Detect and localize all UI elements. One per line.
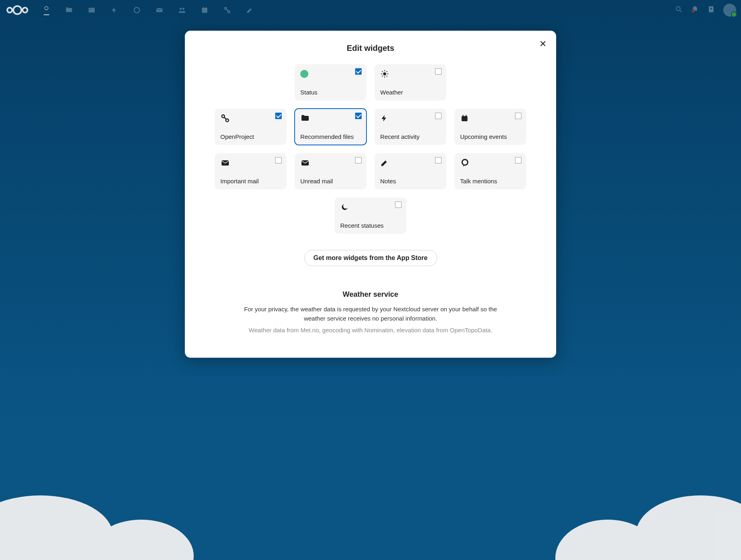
widget-checkbox[interactable] <box>355 113 362 119</box>
widget-label: Upcoming events <box>460 133 521 140</box>
widget-weather[interactable]: Weather <box>375 64 446 101</box>
modal-title: Edit widgets <box>201 44 540 53</box>
widget-talk-mentions[interactable]: Talk mentions <box>454 153 526 189</box>
widget-upcoming-events[interactable]: Upcoming events <box>454 109 526 145</box>
widget-notes[interactable]: Notes <box>375 153 446 189</box>
widget-label: Weather <box>380 89 441 96</box>
svg-line-25 <box>382 76 383 77</box>
edit-widgets-modal: ✕ Edit widgets Status Weather OpenProjec… <box>185 31 556 358</box>
status-dot-icon <box>300 69 310 79</box>
svg-point-18 <box>383 72 386 75</box>
widget-important-mail[interactable]: Important mail <box>215 153 287 189</box>
widget-checkbox[interactable] <box>275 157 282 164</box>
mail-icon <box>220 158 230 168</box>
widget-checkbox[interactable] <box>435 113 442 119</box>
svg-line-24 <box>387 76 387 77</box>
folder-icon <box>300 113 310 123</box>
weather-service-subtext: Weather data from Met.no, geocoding with… <box>201 327 540 333</box>
get-more-widgets-button[interactable]: Get more widgets from the App Store <box>304 250 437 266</box>
widget-openproject[interactable]: OpenProject <box>215 109 287 145</box>
pencil-icon <box>380 158 390 168</box>
widget-label: OpenProject <box>220 133 281 140</box>
mail-icon <box>300 158 310 168</box>
openproject-icon <box>220 113 230 123</box>
widget-unread-mail[interactable]: Unread mail <box>295 153 366 189</box>
widget-label: Talk mentions <box>460 178 521 185</box>
widget-label: Recent activity <box>380 133 441 140</box>
widget-label: Recent statuses <box>340 222 401 229</box>
sun-icon <box>380 69 390 79</box>
bolt-icon <box>380 113 390 123</box>
svg-line-26 <box>387 71 387 72</box>
moon-icon <box>340 202 350 212</box>
svg-point-27 <box>222 115 225 118</box>
widget-recent-statuses[interactable]: Recent statuses <box>335 197 406 234</box>
svg-point-28 <box>226 119 229 122</box>
weather-service-title: Weather service <box>201 290 540 299</box>
widget-label: Recommended files <box>300 133 361 140</box>
widget-label: Notes <box>380 178 441 185</box>
svg-line-23 <box>382 71 383 72</box>
widget-checkbox[interactable] <box>395 201 402 208</box>
widget-label: Unread mail <box>300 178 361 185</box>
widget-recent-activity[interactable]: Recent activity <box>375 109 446 145</box>
widget-grid: Status Weather OpenProject Recommended f… <box>201 64 540 234</box>
widget-recommended-files[interactable]: Recommended files <box>295 109 366 145</box>
widget-label: Important mail <box>220 178 281 185</box>
svg-point-35 <box>462 159 468 165</box>
widget-checkbox[interactable] <box>435 68 442 75</box>
close-button[interactable]: ✕ <box>539 39 546 49</box>
widget-label: Status <box>300 89 361 96</box>
widget-checkbox[interactable] <box>355 157 362 164</box>
calendar-icon <box>460 113 470 123</box>
weather-service-text: For your privacy, the weather data is re… <box>241 304 500 323</box>
widget-checkbox[interactable] <box>515 157 521 164</box>
widget-checkbox[interactable] <box>435 157 442 164</box>
talk-icon <box>460 158 470 168</box>
widget-checkbox[interactable] <box>275 113 282 119</box>
widget-checkbox[interactable] <box>515 113 521 119</box>
widget-status[interactable]: Status <box>295 64 366 101</box>
widget-checkbox[interactable] <box>355 68 362 75</box>
